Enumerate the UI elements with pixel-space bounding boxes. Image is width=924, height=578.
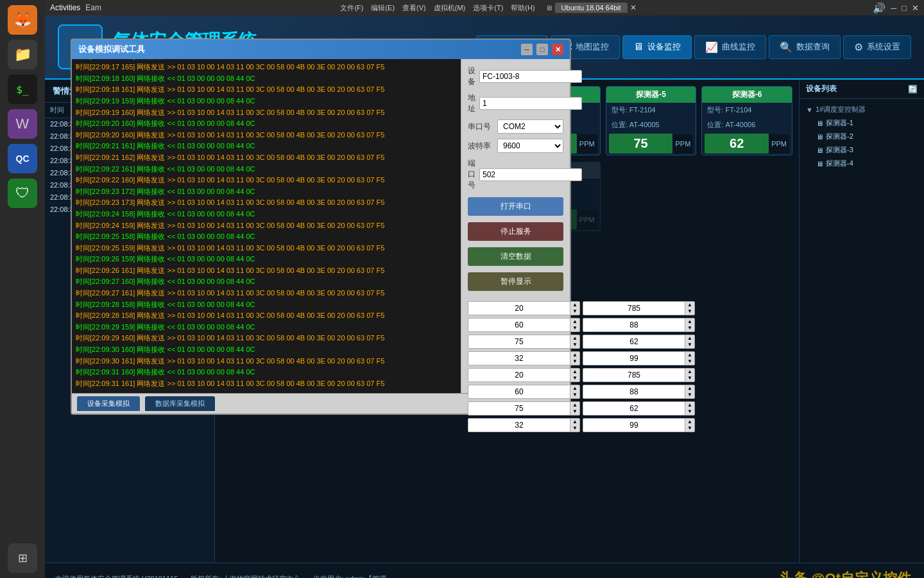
menu-vm[interactable]: 虚拟机(M) [431, 2, 468, 14]
menu-file[interactable]: 文件(F) [338, 2, 366, 14]
val-input[interactable] [583, 403, 685, 414]
stop-service-btn[interactable]: 停止服务 [468, 222, 563, 241]
val-spinner-4[interactable]: ▲ ▼ [468, 368, 580, 382]
modal-log[interactable]: 时间[22:09:16 161] 网络发送 >> 01 03 10 00 14 … [215, 80, 461, 393]
val-spin-up[interactable]: ▲ [570, 419, 579, 425]
win-restore[interactable]: □ [902, 3, 907, 13]
val-spin-down[interactable]: ▼ [685, 375, 694, 381]
val-spinner-0[interactable]: ▲ ▼ [468, 301, 580, 315]
device-group-collapse-icon[interactable]: ▼ [806, 106, 813, 114]
nav-curve-monitor[interactable]: 📈 曲线监控 [694, 35, 766, 59]
val-spin-down[interactable]: ▼ [570, 392, 579, 398]
device-item-4[interactable]: 🖥 探测器-4 [803, 157, 920, 170]
menu-view[interactable]: 查看(V) [400, 2, 429, 14]
val-spin-down[interactable]: ▼ [685, 308, 694, 315]
val-spin-down[interactable]: ▼ [685, 358, 694, 365]
val-spinner-1[interactable]: ▲ ▼ [468, 318, 580, 332]
ctrl-select-com[interactable]: COM2 COM1 COM3 [497, 119, 563, 134]
taskbar-qc[interactable]: QC [8, 144, 37, 173]
val-spinner-2[interactable]: ▲ ▼ [468, 335, 580, 349]
ctrl-input-address[interactable] [479, 97, 582, 110]
val-spin-up[interactable]: ▲ [685, 302, 694, 308]
val-spinner-5[interactable]: ▲ ▼ [583, 385, 695, 399]
val-input[interactable] [583, 336, 685, 347]
val-spin-down[interactable]: ▼ [570, 425, 579, 432]
val-input[interactable] [468, 336, 570, 347]
taskbar-firefox[interactable]: 🦊 [8, 5, 37, 35]
val-spinner-1[interactable]: ▲ ▼ [583, 318, 695, 332]
menu-help[interactable]: 帮助(H) [508, 2, 537, 14]
val-spin-down[interactable]: ▼ [570, 325, 579, 331]
val-spin-down[interactable]: ▼ [570, 375, 579, 381]
val-spin-up[interactable]: ▲ [685, 369, 694, 375]
val-input[interactable] [468, 319, 570, 331]
device-list-refresh-icon[interactable]: 🔄 [908, 85, 918, 94]
val-spin-down[interactable]: ▼ [570, 308, 579, 315]
val-spinner-2[interactable]: ▲ ▼ [583, 335, 695, 349]
val-spin-up[interactable]: ▲ [570, 302, 579, 308]
nav-data-query[interactable]: 🔍 数据查询 [769, 35, 841, 59]
val-spinner-7[interactable]: ▲ ▼ [468, 418, 580, 432]
val-input[interactable] [583, 302, 685, 314]
val-spin-up[interactable]: ▲ [685, 402, 694, 408]
device-item-2[interactable]: 🖥 探测器-2 [803, 130, 920, 143]
val-spinner-0[interactable]: ▲ ▼ [583, 301, 695, 315]
val-spinner-6[interactable]: ▲ ▼ [583, 401, 695, 416]
val-input[interactable] [583, 369, 685, 381]
nav-device-monitor[interactable]: 🖥 设备监控 [622, 35, 692, 59]
val-input[interactable] [468, 386, 570, 398]
device-item-1[interactable]: 🖥 探测器-1 [803, 116, 920, 130]
val-spinner-5[interactable]: ▲ ▼ [468, 385, 580, 399]
val-spin-down[interactable]: ▼ [685, 408, 694, 415]
val-spin-up[interactable]: ▲ [685, 385, 694, 392]
val-input[interactable] [468, 419, 570, 431]
val-input[interactable] [583, 319, 685, 331]
val-spin-up[interactable]: ▲ [685, 352, 694, 358]
nav-system-settings[interactable]: ⚙ 系统设置 [843, 35, 911, 59]
val-input[interactable] [583, 419, 685, 431]
val-spin-down[interactable]: ▼ [685, 325, 694, 331]
clear-data-btn[interactable]: 清空数据 [468, 247, 563, 266]
val-spin-down[interactable]: ▼ [685, 392, 694, 398]
val-spin-down[interactable]: ▼ [685, 342, 694, 348]
val-spin-up[interactable]: ▲ [570, 369, 579, 375]
win-minimize[interactable]: ─ [891, 3, 896, 13]
val-input[interactable] [583, 386, 685, 398]
val-spin-up[interactable]: ▲ [570, 352, 579, 358]
val-spin-up[interactable]: ▲ [570, 335, 579, 342]
taskbar-terminal[interactable]: $_ [8, 74, 37, 104]
val-spinner-4[interactable]: ▲ ▼ [583, 368, 695, 382]
ctrl-select-baud[interactable]: 9600 19200 115200 [497, 139, 563, 153]
val-spin-up[interactable]: ▲ [685, 335, 694, 342]
val-input[interactable] [583, 353, 685, 364]
taskbar-apps-grid[interactable]: ⊞ [8, 543, 37, 573]
val-spin-down[interactable]: ▼ [570, 358, 579, 365]
val-spin-up[interactable]: ▲ [685, 419, 694, 425]
vm-tab[interactable]: Ubuntu 18.04 64bit [555, 3, 628, 13]
ctrl-input-device[interactable] [479, 80, 582, 83]
val-spin-up[interactable]: ▲ [570, 402, 579, 408]
val-spinner-7[interactable]: ▲ ▼ [583, 418, 695, 432]
taskbar-security[interactable]: 🛡 [8, 179, 37, 208]
ctrl-input-port[interactable] [479, 168, 582, 181]
tab-close-icon[interactable]: ✕ [630, 3, 637, 12]
val-input[interactable] [468, 353, 570, 364]
device-item-3[interactable]: 🖥 探测器-3 [803, 143, 920, 157]
val-spin-down[interactable]: ▼ [570, 342, 579, 348]
val-input[interactable] [468, 403, 570, 414]
taskbar-texteditor[interactable]: W [8, 109, 37, 139]
val-input[interactable] [468, 369, 570, 381]
menu-tab[interactable]: 选项卡(T) [470, 2, 506, 14]
val-input[interactable] [468, 302, 570, 314]
val-spin-up[interactable]: ▲ [685, 319, 694, 325]
val-spin-up[interactable]: ▲ [570, 385, 579, 392]
val-spin-down[interactable]: ▼ [570, 408, 579, 415]
pause-display-btn[interactable]: 暂停显示 [468, 272, 563, 291]
val-spinner-3[interactable]: ▲ ▼ [468, 351, 580, 365]
val-spin-up[interactable]: ▲ [570, 319, 579, 325]
menu-edit[interactable]: 编辑(E) [368, 2, 397, 14]
val-spinner-6[interactable]: ▲ ▼ [468, 401, 580, 416]
open-port-btn[interactable]: 打开串口 [468, 197, 563, 216]
activities-label[interactable]: Activities [50, 3, 80, 12]
val-spinner-3[interactable]: ▲ ▼ [583, 351, 695, 365]
